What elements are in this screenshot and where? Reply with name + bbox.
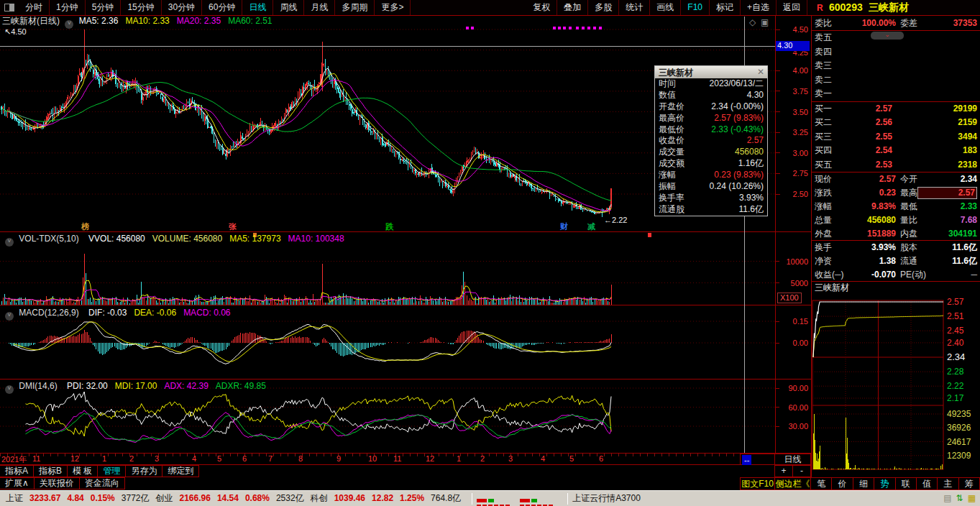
popup-title: 三峡新材 bbox=[659, 68, 693, 78]
sidebar-tab-值[interactable]: 值 bbox=[916, 477, 938, 490]
sidebar-tab-筹[interactable]: 筹 bbox=[958, 477, 980, 490]
menu-item-更多>[interactable]: 更多> bbox=[375, 0, 411, 15]
menu-item-叠加[interactable]: 叠加 bbox=[557, 0, 588, 15]
index-amount: 2532亿 bbox=[276, 493, 304, 503]
menu-item-标记[interactable]: 标记 bbox=[710, 0, 741, 15]
sidebar-tab-价[interactable]: 价 bbox=[831, 477, 853, 490]
menu-item-返回[interactable]: 返回 bbox=[777, 0, 807, 15]
detail-label: 换手 bbox=[815, 241, 832, 254]
popup-row-label: 成交额 bbox=[659, 158, 700, 170]
close-icon[interactable]: ✕ bbox=[757, 67, 764, 77]
menu-item-5分钟[interactable]: 5分钟 bbox=[86, 0, 122, 15]
sell-row[interactable]: 卖二 bbox=[812, 73, 980, 88]
sell-row[interactable]: 卖四 bbox=[812, 45, 980, 60]
tab-扩展∧[interactable]: 扩展∧ bbox=[0, 477, 35, 489]
svg-text:5000: 5000 bbox=[791, 279, 808, 288]
indicator-value: VVOL: 456080 bbox=[88, 234, 145, 244]
transfer-icon[interactable]: ⇅ bbox=[956, 493, 963, 503]
sidebar-tab-联[interactable]: 联 bbox=[895, 477, 917, 490]
zoom-out-button[interactable]: - bbox=[792, 465, 811, 477]
popup-row-label: 数值 bbox=[659, 90, 700, 101]
svg-text:2.57: 2.57 bbox=[947, 297, 964, 307]
sidebar-tab-细[interactable]: 细 bbox=[853, 477, 874, 490]
ma-values: MA5: 2.36MA10: 2.33MA20: 2.35MA60: 2.51 bbox=[79, 16, 280, 26]
indicator-value: MA10: 100348 bbox=[288, 234, 344, 244]
detail-value: ─ bbox=[926, 268, 977, 281]
graphic-f10-button[interactable]: 图文F10 bbox=[740, 477, 775, 490]
weicha-value: 37353 bbox=[917, 16, 977, 30]
svg-text:49235: 49235 bbox=[947, 409, 971, 419]
menu-item-多周期[interactable]: 多周期 bbox=[335, 0, 375, 15]
menu-item-分时[interactable]: 分时 bbox=[19, 0, 50, 15]
detail-cell: 今开2.34 bbox=[896, 172, 977, 186]
panel-icon[interactable]: ▣ bbox=[761, 17, 769, 27]
svg-text:3.50: 3.50 bbox=[793, 108, 808, 116]
popup-row-label: 涨幅 bbox=[659, 170, 700, 181]
indicator-value: MA10: 2.33 bbox=[125, 16, 169, 26]
menu-item-周线[interactable]: 周线 bbox=[273, 0, 304, 15]
period-indicator[interactable]: 日线 bbox=[774, 454, 811, 465]
menu-item-复权[interactable]: 复权 bbox=[526, 0, 557, 15]
svg-text:60.00: 60.00 bbox=[788, 403, 808, 412]
tab-资金流向[interactable]: 资金流向 bbox=[79, 477, 125, 489]
grid-icon[interactable]: ▤ bbox=[943, 493, 951, 503]
watermark-icon: 张 bbox=[229, 221, 237, 232]
indicator-value: MA20: 2.35 bbox=[177, 16, 221, 26]
menu-item-30分钟[interactable]: 30分钟 bbox=[162, 0, 202, 15]
indicator-value: MA5: 137973 bbox=[229, 234, 280, 244]
sidebar-tab-主[interactable]: 主 bbox=[937, 477, 958, 490]
buy-volume: 29199 bbox=[892, 102, 977, 116]
svg-text:24617: 24617 bbox=[947, 437, 971, 447]
menu-item-多股[interactable]: 多股 bbox=[588, 0, 619, 15]
menu-item-画线[interactable]: 画线 bbox=[650, 0, 681, 15]
macd-title: MACD(12,26,9) bbox=[19, 308, 78, 318]
menu-item-月线[interactable]: 月线 bbox=[304, 0, 335, 15]
sidebar-tab-笔[interactable]: 笔 bbox=[810, 477, 832, 490]
popup-row-value: 11.6亿 bbox=[700, 204, 764, 216]
marker-dot bbox=[553, 27, 556, 29]
month-label: 10 bbox=[368, 454, 377, 463]
mini-intraday-chart[interactable]: 2.572.512.452.402.342.282.222.1749235369… bbox=[811, 285, 980, 476]
chevron-down-icon[interactable]: ˅ bbox=[5, 385, 14, 394]
menu-item-60分钟[interactable]: 60分钟 bbox=[202, 0, 242, 15]
tab-另存为[interactable]: 另存为 bbox=[125, 465, 162, 477]
buy-row[interactable]: 买四2.54183 bbox=[812, 144, 980, 158]
month-label: 12 bbox=[70, 454, 79, 463]
zoom-in-button[interactable]: + bbox=[774, 465, 793, 477]
menu-item-1分钟[interactable]: 1分钟 bbox=[50, 0, 86, 15]
popup-row: 收盘价2.57 bbox=[655, 135, 767, 147]
chevron-down-icon[interactable]: ˅ bbox=[5, 312, 14, 321]
index-quote-上证[interactable]: 上证3233.674.840.15%3772亿 bbox=[6, 492, 155, 505]
sidebar-toggle-button[interactable]: 侧边栏《 bbox=[774, 477, 811, 490]
menu-item-统计[interactable]: 统计 bbox=[619, 0, 650, 15]
sidebar-tab-势[interactable]: 势 bbox=[874, 477, 895, 490]
menu-item-日线[interactable]: 日线 bbox=[242, 0, 273, 15]
index-quote-科创[interactable]: 科创1039.4612.821.25%764.8亿 bbox=[311, 492, 467, 505]
window-split-icon[interactable] bbox=[4, 4, 14, 12]
tab-指标A[interactable]: 指标A bbox=[0, 465, 34, 477]
svg-text:36926: 36926 bbox=[947, 423, 971, 433]
tab-绑定到[interactable]: 绑定到 bbox=[162, 465, 199, 477]
buy-row[interactable]: 买一2.5729199 bbox=[812, 102, 980, 116]
chevron-down-icon[interactable]: ˅ bbox=[5, 238, 14, 247]
menu-item-F10[interactable]: F10 bbox=[681, 0, 710, 15]
sell-row[interactable]: 卖三 bbox=[812, 59, 980, 73]
collapse-orderbook-button[interactable]: ⌄ bbox=[871, 32, 904, 40]
buy-row[interactable]: 买二2.562159 bbox=[812, 116, 980, 130]
popup-titlebar[interactable]: 三峡新材 ✕ bbox=[655, 66, 767, 78]
buy-row[interactable]: 买三2.553494 bbox=[812, 130, 980, 144]
tab-关联报价[interactable]: 关联报价 bbox=[34, 477, 80, 489]
detail-label: 股本 bbox=[900, 241, 917, 254]
menu-item-15分钟[interactable]: 15分钟 bbox=[121, 0, 161, 15]
tab-模 板[interactable]: 模 板 bbox=[67, 465, 98, 477]
indicator-value: DIF: -0.03 bbox=[88, 308, 127, 318]
index-quote-创业[interactable]: 创业2166.9614.540.68%2532亿 bbox=[155, 492, 310, 505]
tab-指标B[interactable]: 指标B bbox=[33, 465, 68, 477]
board-icon[interactable]: ▦ bbox=[968, 493, 976, 503]
tab-管理[interactable]: 管理 bbox=[97, 465, 126, 477]
sell-row[interactable]: 卖一 bbox=[812, 87, 980, 101]
diamond-icon[interactable]: ◇ bbox=[749, 17, 756, 27]
index-change: 14.54 bbox=[217, 493, 239, 503]
buy-row[interactable]: 买五2.532318 bbox=[812, 158, 980, 172]
menu-item-+自选[interactable]: +自选 bbox=[741, 0, 777, 15]
